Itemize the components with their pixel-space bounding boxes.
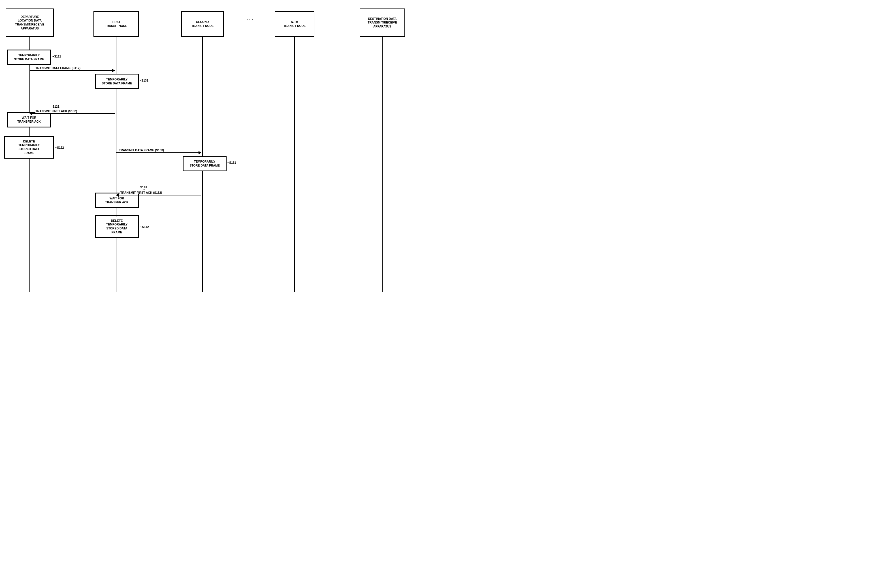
dep-vert-wait-delete <box>30 128 30 137</box>
s131-label: ~S131 <box>139 79 148 82</box>
arrow-s132 <box>30 113 115 114</box>
second-transit-header: SECOND TRANSIT NODE <box>181 11 224 37</box>
delete-stored-first: DELETETEMPORARILYSTORED DATAFRAME <box>95 215 139 238</box>
first-vert-wait-delete <box>116 208 116 217</box>
arrow-s112 <box>30 70 115 71</box>
temp-store-second-label: TEMPORARILYSTORE DATA FRAME <box>189 160 219 167</box>
s152-label: TRANSMIT FIRST ACK (S152) <box>120 191 162 194</box>
temp-store-second: TEMPORARILYSTORE DATA FRAME <box>183 156 226 171</box>
wait-transfer-departure: WAIT FORTRANSFER ACK <box>7 112 51 128</box>
dep-vert-1 <box>30 65 30 112</box>
delete-stored-departure-label: DELETETEMPORARILYSTORED DATAFRAME <box>18 140 40 155</box>
nth-transit-header: N-TH TRANSIT NODE <box>275 11 315 37</box>
s142-label: ~S142 <box>140 225 149 229</box>
s151-label: ~S151 <box>228 161 236 164</box>
temp-store-first-label: TEMPORARILYSTORE DATA FRAME <box>102 78 132 85</box>
s112-label: TRANSMIT DATA FRAME (S112) <box>35 66 81 70</box>
temp-store-departure-label: TEMPORARILYSTORE DATA FRAME <box>14 54 44 61</box>
dots-separator: · · · <box>246 17 253 23</box>
arrow-s152 <box>116 195 201 195</box>
destination-lifeline <box>382 37 383 292</box>
arrow-s133 <box>116 152 201 153</box>
first-vert-delete-bottom <box>116 238 116 292</box>
temp-store-departure: TEMPORARILYSTORE DATA FRAME <box>7 50 51 65</box>
destination-title: DESTINATION DATA TRANSMIT/RECEIVE APPARA… <box>368 17 397 28</box>
s132-label: TRANSMIT FIRST ACK (S132) <box>35 110 77 113</box>
departure-title: DEPARTURE LOCATION DATA TRANSMIT/RECEIVE… <box>15 15 44 31</box>
wait-transfer-departure-label: WAIT FORTRANSFER ACK <box>17 116 40 123</box>
departure-node-header: DEPARTURE LOCATION DATA TRANSMIT/RECEIVE… <box>6 9 54 37</box>
delete-stored-departure: DELETETEMPORARILYSTORED DATAFRAME <box>4 136 54 159</box>
s111-label: ~S111 <box>52 55 61 58</box>
nth-transit-title: N-TH TRANSIT NODE <box>283 20 306 28</box>
s133-label: TRANSMIT DATA FRAME (S133) <box>119 148 164 152</box>
s141-label: S141 <box>140 186 147 189</box>
delete-stored-first-label: DELETETEMPORARILYSTORED DATAFRAME <box>106 219 127 234</box>
first-transit-title: FIRST TRANSIT NODE <box>105 20 127 28</box>
s121-label: S121 <box>52 105 60 108</box>
dep-vert-delete-bottom <box>30 159 30 292</box>
destination-header: DESTINATION DATA TRANSMIT/RECEIVE APPARA… <box>360 9 405 37</box>
second-vert-1 <box>202 37 203 157</box>
wait-transfer-first-label: WAIT FORTRANSFER ACK <box>105 196 128 204</box>
temp-store-first: TEMPORARILYSTORE DATA FRAME <box>95 74 139 89</box>
second-transit-title: SECOND TRANSIT NODE <box>192 20 214 28</box>
s122-label: ~S122 <box>55 146 64 149</box>
nth-transit-lifeline <box>294 37 295 292</box>
sequence-diagram: DEPARTURE LOCATION DATA TRANSMIT/RECEIVE… <box>0 0 436 294</box>
first-vert-1 <box>116 89 116 194</box>
first-transit-header: FIRST TRANSIT NODE <box>93 11 139 37</box>
second-vert-2 <box>202 171 203 292</box>
